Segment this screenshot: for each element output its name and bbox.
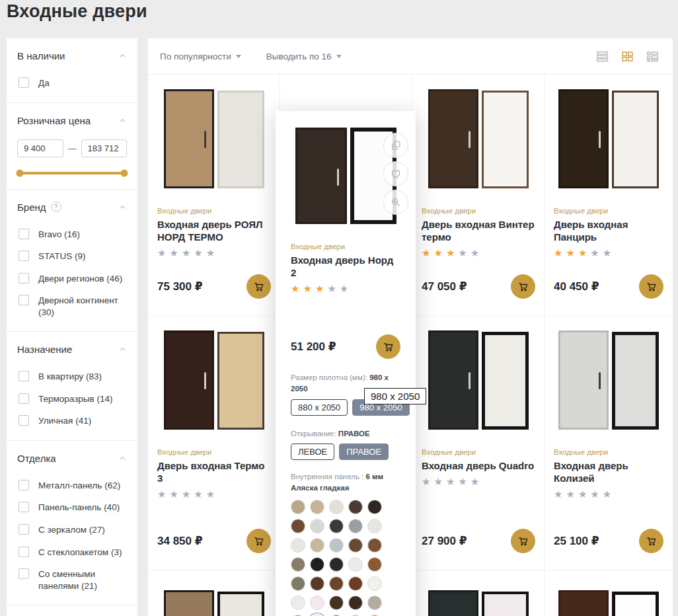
- slider-handle-max[interactable]: [121, 169, 128, 176]
- product-category[interactable]: Входные двери: [157, 448, 271, 456]
- expanded-product-card[interactable]: Входные двери Входная дверь Норд 2 ★★★★★…: [276, 111, 416, 616]
- product-image[interactable]: [157, 590, 271, 616]
- filter-option[interactable]: Дверной континент (30): [19, 289, 127, 323]
- product-image[interactable]: [422, 330, 535, 430]
- price-min-input[interactable]: 9 400: [17, 139, 63, 157]
- color-swatch[interactable]: [348, 596, 363, 610]
- product-image[interactable]: [157, 89, 271, 188]
- checkbox[interactable]: [19, 393, 29, 404]
- filter-option[interactable]: В квартиру (83): [19, 366, 127, 388]
- add-to-cart-button[interactable]: [511, 274, 535, 299]
- product-category[interactable]: Входные двери: [157, 207, 271, 215]
- add-to-cart-button[interactable]: [246, 274, 271, 299]
- color-swatch[interactable]: [291, 596, 305, 610]
- color-swatch[interactable]: [329, 519, 344, 533]
- filter-option[interactable]: Панель-панель (40): [19, 496, 127, 519]
- product-card[interactable]: [412, 570, 545, 616]
- compact-view-icon[interactable]: [646, 50, 659, 63]
- checkbox[interactable]: [19, 250, 29, 261]
- color-swatch[interactable]: [367, 500, 382, 514]
- product-title[interactable]: Входная дверь РОЯЛ НОРД ТЕРМО: [157, 218, 271, 243]
- product-image[interactable]: [157, 330, 271, 430]
- filter-option[interactable]: С стеклопакетом (3): [19, 541, 127, 564]
- color-swatch[interactable]: [291, 576, 305, 591]
- product-category[interactable]: Входные двери: [291, 243, 400, 250]
- color-swatch[interactable]: [329, 576, 344, 591]
- help-icon[interactable]: ?: [51, 202, 61, 212]
- checkbox[interactable]: [19, 524, 29, 535]
- color-swatch[interactable]: [329, 557, 344, 572]
- color-swatch[interactable]: [329, 500, 344, 514]
- color-swatch[interactable]: [348, 557, 363, 572]
- filter-option[interactable]: Металл-панель (62): [19, 475, 127, 497]
- checkbox[interactable]: [19, 415, 29, 426]
- color-swatch[interactable]: [291, 519, 305, 533]
- color-swatch[interactable]: [291, 538, 305, 553]
- color-swatch[interactable]: [367, 557, 382, 572]
- filter-option[interactable]: Со сменными панелями (21): [19, 563, 127, 597]
- color-swatch[interactable]: [291, 500, 305, 514]
- checkbox[interactable]: [19, 371, 29, 381]
- filter-section-header[interactable]: Бренд?: [17, 196, 127, 219]
- color-swatch[interactable]: [348, 538, 363, 553]
- checkbox[interactable]: [19, 480, 29, 490]
- checkbox[interactable]: [19, 229, 29, 239]
- checkbox[interactable]: [19, 547, 29, 557]
- add-to-cart-button[interactable]: [511, 529, 535, 553]
- add-to-cart-button[interactable]: [376, 334, 400, 359]
- color-swatch[interactable]: [310, 500, 324, 514]
- sort-dropdown[interactable]: По популярности: [160, 52, 241, 61]
- checkbox[interactable]: [19, 568, 29, 579]
- color-swatch[interactable]: [329, 538, 344, 553]
- color-swatch[interactable]: [367, 576, 382, 591]
- color-swatch[interactable]: [310, 538, 324, 553]
- checkbox[interactable]: [19, 502, 29, 512]
- color-swatch[interactable]: [310, 519, 324, 533]
- color-swatch[interactable]: [329, 596, 344, 610]
- color-swatch[interactable]: [310, 557, 324, 572]
- list-view-icon[interactable]: [595, 50, 609, 63]
- product-image[interactable]: [422, 590, 535, 616]
- filter-option[interactable]: Двери регионов (46): [19, 268, 127, 290]
- product-category[interactable]: Входные двери: [422, 207, 535, 215]
- product-image[interactable]: [554, 89, 663, 188]
- zoom-icon[interactable]: [383, 190, 408, 215]
- product-image[interactable]: [554, 590, 663, 616]
- filter-section-header[interactable]: Толщина металла: [17, 612, 127, 616]
- color-swatch[interactable]: [348, 500, 363, 514]
- product-category[interactable]: Входные двери: [554, 448, 663, 456]
- color-swatch[interactable]: [348, 519, 363, 533]
- product-card[interactable]: Входные двериВходная дверь Quadro★★★★★27…: [412, 316, 545, 570]
- product-title[interactable]: Входная дверь Колизей: [554, 459, 663, 484]
- product-card[interactable]: [545, 570, 673, 616]
- filter-option[interactable]: С зеркалом (27): [19, 519, 127, 541]
- product-image[interactable]: [554, 330, 663, 430]
- checkbox[interactable]: [19, 273, 29, 284]
- color-swatch[interactable]: [310, 596, 324, 610]
- product-image[interactable]: [291, 128, 400, 224]
- color-swatch[interactable]: [348, 576, 363, 591]
- add-to-cart-button[interactable]: [639, 274, 663, 299]
- filter-option[interactable]: Терморазрыв (14): [19, 388, 127, 410]
- product-card[interactable]: Входные двериДверь входная Панцирь★★★★★4…: [545, 75, 673, 316]
- product-image[interactable]: [422, 89, 535, 188]
- product-card[interactable]: [148, 570, 280, 616]
- wishlist-icon[interactable]: [383, 161, 408, 186]
- add-to-cart-button[interactable]: [639, 529, 663, 553]
- color-swatch[interactable]: [291, 557, 305, 572]
- checkbox[interactable]: [19, 295, 29, 305]
- color-swatch[interactable]: [367, 596, 382, 610]
- product-title[interactable]: Дверь входная Винтер термо: [422, 218, 535, 243]
- product-card[interactable]: Входные двериВходная дверь РОЯЛ НОРД ТЕР…: [148, 75, 280, 316]
- filter-section-header[interactable]: В наличии: [17, 45, 127, 68]
- compare-icon[interactable]: [383, 133, 408, 158]
- product-title[interactable]: Входная дверь Норд 2: [291, 254, 400, 279]
- filter-option[interactable]: Bravo (16): [19, 223, 127, 246]
- checkbox[interactable]: [19, 77, 29, 88]
- per-page-dropdown[interactable]: Выводить по 16: [266, 52, 342, 61]
- product-title[interactable]: Входная дверь Quadro: [422, 459, 535, 472]
- filter-section-header[interactable]: Назначение: [17, 338, 127, 362]
- filter-option[interactable]: Да: [19, 72, 127, 95]
- color-swatch[interactable]: [367, 519, 382, 533]
- opening-option-button[interactable]: ЛЕВОЕ: [291, 443, 334, 460]
